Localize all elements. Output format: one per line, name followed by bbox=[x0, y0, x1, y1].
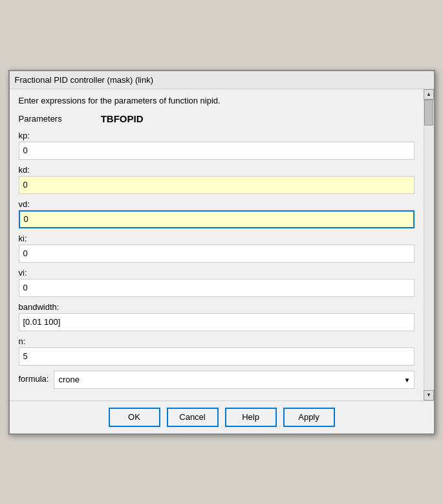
n-input[interactable] bbox=[19, 347, 415, 366]
bandwidth-input[interactable] bbox=[19, 313, 415, 331]
title-bar: Fractional PID controller (mask) (link) bbox=[10, 71, 434, 89]
formula-field-group: formula: crone matsuda ousta bbox=[19, 371, 415, 389]
button-bar: OK Cancel Help Apply bbox=[10, 400, 434, 433]
vi-label: vi: bbox=[19, 268, 415, 278]
formula-label: formula: bbox=[19, 374, 49, 384]
ki-input[interactable] bbox=[19, 245, 415, 263]
scroll-up-button[interactable]: ▲ bbox=[424, 89, 434, 100]
vd-label: vd: bbox=[19, 199, 415, 209]
apply-button[interactable]: Apply bbox=[283, 408, 335, 427]
content-area: Enter expressions for the parameters of … bbox=[10, 89, 424, 400]
cancel-button[interactable]: Cancel bbox=[167, 408, 219, 427]
scrollbar-thumb[interactable] bbox=[424, 100, 433, 126]
kd-label: kd: bbox=[19, 165, 415, 175]
help-button[interactable]: Help bbox=[225, 408, 277, 427]
bandwidth-field-group: bandwidth: bbox=[19, 302, 415, 331]
dialog-title: Fractional PID controller (mask) (link) bbox=[15, 75, 154, 85]
vi-input[interactable] bbox=[19, 279, 415, 297]
vd-field-group: vd: bbox=[19, 199, 415, 228]
kp-field-group: kp: bbox=[19, 131, 415, 160]
scroll-down-button[interactable]: ▼ bbox=[424, 390, 434, 400]
params-header: Parameters TBFOPID bbox=[19, 113, 415, 124]
params-label: Parameters bbox=[19, 114, 62, 124]
scrollbar: ▲ ▼ bbox=[424, 89, 434, 400]
dialog-window: Fractional PID controller (mask) (link) … bbox=[8, 70, 435, 435]
kd-input[interactable] bbox=[19, 176, 415, 194]
scrollbar-track[interactable] bbox=[424, 100, 434, 390]
kp-label: kp: bbox=[19, 131, 415, 140]
kp-input[interactable] bbox=[19, 142, 415, 160]
n-label: n: bbox=[19, 336, 415, 346]
n-field-group: n: bbox=[19, 336, 415, 366]
vd-input[interactable] bbox=[19, 210, 415, 228]
ki-label: ki: bbox=[19, 234, 415, 243]
vi-field-group: vi: bbox=[19, 268, 415, 297]
kd-field-group: kd: bbox=[19, 165, 415, 194]
params-title: TBFOPID bbox=[101, 113, 144, 124]
dialog-subtitle: Enter expressions for the parameters of … bbox=[19, 96, 415, 105]
ok-button[interactable]: OK bbox=[109, 408, 160, 427]
formula-select[interactable]: crone matsuda ousta bbox=[54, 371, 414, 389]
bandwidth-label: bandwidth: bbox=[19, 302, 415, 312]
formula-select-wrapper: crone matsuda ousta bbox=[54, 371, 414, 389]
ki-field-group: ki: bbox=[19, 234, 415, 263]
